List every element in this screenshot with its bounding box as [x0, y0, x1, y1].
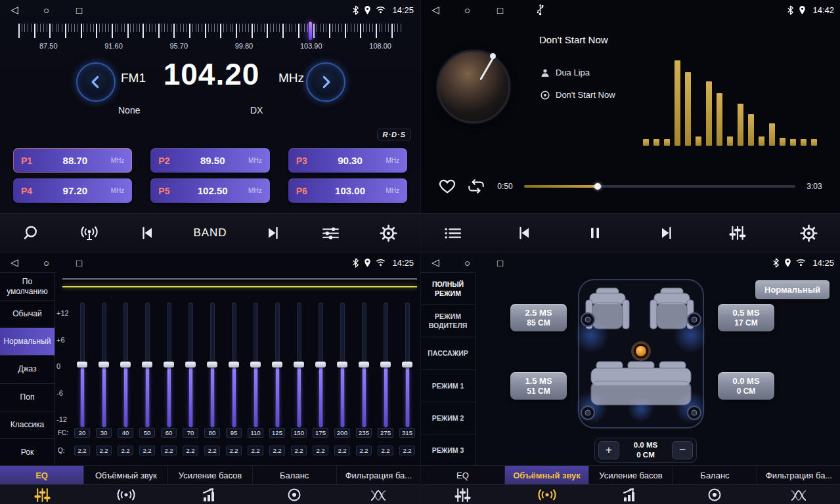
eq-band-slider[interactable] [183, 303, 198, 427]
settings-gear-icon[interactable] [377, 224, 401, 242]
back-icon[interactable]: ◁ [11, 4, 43, 16]
filter-icon[interactable] [336, 485, 420, 504]
tab-bass[interactable]: Усиление басов [589, 466, 673, 484]
eq-band-slider[interactable] [399, 303, 415, 427]
tab-balance[interactable]: Баланс [673, 466, 757, 484]
recents-icon[interactable]: □ [497, 257, 530, 268]
surround-icon[interactable] [505, 485, 589, 504]
seek-bar[interactable] [524, 185, 795, 188]
stage-menu-item[interactable]: РЕЖИМ 1 [421, 370, 475, 402]
fc-value: 125 [269, 428, 285, 438]
fc-value: 200 [334, 428, 350, 438]
eq-preset-item[interactable]: По умолчанию [0, 273, 55, 301]
back-icon[interactable]: ◁ [431, 257, 464, 268]
eq-band-slider[interactable] [204, 303, 220, 427]
eq-band-slider[interactable] [356, 303, 372, 427]
audio-settings-icon[interactable] [319, 225, 343, 242]
eq-band-slider[interactable] [226, 303, 242, 427]
playlist-icon[interactable] [441, 225, 464, 242]
balance-icon[interactable] [673, 485, 757, 504]
stage-menu-item[interactable]: РЕЖИМ ВОДИТЕЛЯ [421, 305, 475, 337]
eq-preset-item[interactable]: Классика [0, 411, 55, 439]
album-art[interactable] [437, 50, 510, 123]
back-icon[interactable]: ◁ [11, 257, 43, 268]
delay-rear-left[interactable]: 1.5 MS 51 CM [510, 372, 567, 400]
preset-p1[interactable]: P188.70MHz [13, 148, 132, 173]
home-icon[interactable]: ○ [464, 5, 497, 16]
previous-icon[interactable] [135, 225, 159, 241]
eq-preset-item[interactable]: Джаз [0, 356, 55, 383]
visualizer-bar [717, 93, 722, 146]
scan-icon[interactable] [20, 224, 43, 242]
tab-eq[interactable]: EQ [421, 466, 505, 484]
home-icon[interactable]: ○ [43, 5, 76, 16]
tab-balance[interactable]: Баланс [253, 466, 337, 484]
recents-icon[interactable]: □ [497, 5, 530, 16]
filter-icon[interactable] [757, 485, 840, 504]
profile-button[interactable]: Нормальный [755, 280, 829, 299]
eq-preset-item[interactable]: Рок [0, 439, 55, 467]
stage-menu-item[interactable]: РЕЖИМ 2 [421, 402, 475, 434]
surround-icon[interactable] [84, 485, 168, 504]
eq-band-slider[interactable] [96, 303, 112, 427]
tune-up-button[interactable] [306, 62, 345, 102]
eq-band-slider[interactable] [74, 303, 90, 427]
seek-knob[interactable] [594, 183, 601, 190]
delay-front-right[interactable]: 0.5 MS 17 CM [718, 304, 774, 331]
preset-p4[interactable]: P497.20MHz [13, 178, 132, 203]
eq-band-slider[interactable] [269, 303, 285, 427]
tab-surround[interactable]: Объёмный звук [84, 466, 168, 484]
eq-icon[interactable] [421, 485, 505, 504]
band-button[interactable]: BAND [193, 226, 227, 240]
recents-icon[interactable]: □ [76, 257, 109, 268]
back-icon[interactable]: ◁ [431, 4, 464, 16]
tuner-pointer[interactable] [309, 22, 312, 40]
tab-filter[interactable]: Фильтрация ба... [337, 466, 420, 484]
fc-value: 80 [204, 428, 220, 438]
stage-menu-item[interactable]: ПОЛНЫЙ РЕЖИМ [421, 273, 475, 305]
eq-band-slider[interactable] [378, 303, 393, 427]
recents-icon[interactable]: □ [76, 5, 109, 16]
tab-bass[interactable]: Усиление басов [168, 466, 252, 484]
pause-icon[interactable] [583, 225, 607, 241]
preset-p6[interactable]: P6103.00MHz [288, 178, 407, 203]
broadcast-icon[interactable] [77, 224, 101, 242]
eq-band-slider[interactable] [291, 303, 307, 427]
tune-down-button[interactable] [76, 62, 116, 102]
bass-icon[interactable] [168, 485, 252, 504]
settings-gear-icon[interactable] [797, 224, 821, 242]
tab-eq[interactable]: EQ [0, 466, 84, 484]
favorite-heart-icon[interactable] [438, 178, 456, 195]
eq-band-slider[interactable] [161, 303, 177, 427]
balance-icon[interactable] [252, 485, 336, 504]
equalizer-icon[interactable] [726, 224, 749, 242]
eq-band-slider[interactable] [313, 303, 328, 427]
next-icon[interactable] [655, 225, 678, 241]
eq-band-slider[interactable] [334, 303, 350, 427]
tab-filter[interactable]: Фильтрация ба... [757, 466, 840, 484]
delay-rear-right[interactable]: 0.0 MS 0 CM [718, 372, 774, 400]
repeat-icon[interactable] [466, 178, 486, 194]
eq-icon[interactable] [0, 485, 84, 504]
home-icon[interactable]: ○ [43, 257, 76, 268]
stage-menu-item[interactable]: ПАССАЖИР [421, 337, 475, 369]
delay-plus-button[interactable]: + [598, 441, 619, 459]
next-icon[interactable] [261, 225, 285, 241]
stage-menu-item[interactable]: РЕЖИМ 3 [421, 434, 475, 467]
previous-icon[interactable] [512, 225, 536, 241]
eq-preset-item[interactable]: Нормальный [0, 328, 55, 356]
delay-front-left[interactable]: 2.5 MS 85 CM [510, 304, 567, 331]
tab-surround[interactable]: Объёмный звук [505, 466, 589, 484]
eq-band-slider[interactable] [248, 303, 263, 427]
frequency-ruler[interactable] [18, 24, 402, 39]
preset-p3[interactable]: P390.30MHz [288, 148, 407, 173]
home-icon[interactable]: ○ [464, 257, 497, 268]
preset-p2[interactable]: P289.50MHz [150, 148, 269, 173]
eq-preset-item[interactable]: Поп [0, 384, 55, 411]
eq-preset-item[interactable]: Обычай [0, 301, 55, 328]
bass-icon[interactable] [589, 485, 673, 504]
delay-minus-button[interactable]: − [672, 441, 693, 459]
eq-band-slider[interactable] [118, 303, 133, 427]
preset-p5[interactable]: P5102.50MHz [150, 178, 269, 203]
eq-band-slider[interactable] [139, 303, 155, 427]
